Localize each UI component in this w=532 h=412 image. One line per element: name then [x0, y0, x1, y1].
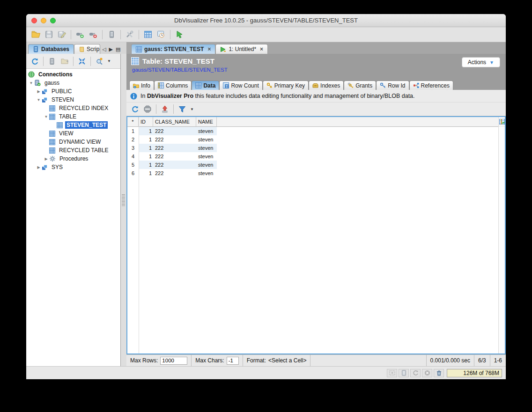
tab-row-count[interactable]: Σ Row Count	[219, 81, 262, 90]
filter-search-icon[interactable]	[94, 56, 105, 67]
tree-item-sys[interactable]: ▶ SYS	[26, 163, 120, 171]
tree-item-table[interactable]: ▼ TABLE	[26, 112, 120, 121]
tree-item-dynamic-view[interactable]: DYNAMIC VIEW	[26, 138, 120, 146]
reload-grid-icon[interactable]	[129, 103, 140, 115]
expander-closed-icon[interactable]: ▶	[36, 89, 42, 94]
row-range: 1-6	[490, 355, 506, 366]
tab-databases-label: Databases	[41, 46, 69, 52]
close-tab-icon[interactable]: ×	[260, 46, 263, 52]
status-bar: 126M of 768M	[26, 366, 506, 379]
table-row[interactable]: 4 1222steven	[127, 152, 498, 161]
filter-funnel-icon[interactable]	[177, 103, 188, 115]
refresh-icon[interactable]	[29, 56, 40, 67]
editor-tab-steven-test[interactable]: gauss: STEVEN_TEST ×	[131, 44, 215, 54]
expander-open-icon[interactable]: ▼	[36, 98, 42, 102]
tab-list-icon[interactable]: ▤	[116, 46, 120, 52]
close-tab-icon[interactable]: ×	[207, 46, 211, 52]
panel-splitter[interactable]	[121, 54, 126, 366]
tree-item-steven-test[interactable]: STEVEN_TEST	[26, 121, 120, 129]
table-grid-icon	[49, 139, 55, 145]
run-cursor-icon[interactable]	[174, 29, 185, 40]
table-row[interactable]: 1 1222steven	[127, 127, 498, 135]
tab-references[interactable]: References	[409, 81, 453, 90]
memory-indicator[interactable]: 126M of 768M	[447, 369, 502, 377]
tools-icon[interactable]	[124, 29, 135, 40]
tree-item-recycled-table[interactable]: RECYCLED TABLE	[26, 146, 120, 154]
databases-panel: ▼ Connections ▼ gauss ▶ PUBLIC	[26, 54, 121, 366]
data-grid-icon	[195, 82, 201, 88]
tab-columns[interactable]: Columns	[154, 81, 192, 90]
create-connection-icon[interactable]	[46, 56, 58, 67]
tab-grants[interactable]: Grants	[344, 81, 376, 90]
close-status-icon[interactable]	[422, 369, 432, 377]
column-header-id[interactable]: ID	[139, 117, 153, 126]
save-icon[interactable]	[43, 29, 54, 40]
export-grid-icon[interactable]	[159, 103, 170, 115]
object-view-panel: Table: STEVEN_TEST Actions ▼ gauss/STEVE…	[126, 54, 506, 366]
schema-icon	[42, 164, 48, 170]
tab-strip: Databases Scrip ◁ ▶ ▤ gauss: STEVEN_TEST…	[26, 42, 506, 54]
tree-item-connections[interactable]: Connections	[26, 70, 120, 79]
filter-dropdown-caret[interactable]: ▼	[107, 59, 111, 63]
tab-scroll-left-icon[interactable]: ◁	[102, 46, 106, 52]
expander-closed-icon[interactable]: ▶	[43, 157, 49, 161]
minimize-window-button[interactable]	[41, 18, 46, 23]
tab-info[interactable]: Info	[129, 81, 154, 90]
tree-item-gauss[interactable]: ▼ gauss	[26, 79, 120, 87]
monitor-icon[interactable]	[155, 29, 167, 40]
grid-corner-header[interactable]: *	[127, 117, 139, 126]
close-window-button[interactable]	[31, 18, 37, 23]
tree-item-procedures[interactable]: ▶ Procedures	[26, 154, 120, 163]
format-segment: Format: <Select a Cell>	[243, 355, 311, 366]
max-chars-segment: Max Chars:	[192, 355, 243, 366]
tree-item-recycled-index[interactable]: RECYCLED INDEX	[26, 104, 120, 112]
tree-item-view[interactable]: VIEW	[26, 129, 120, 138]
trash-icon[interactable]	[434, 369, 444, 377]
expander-closed-icon[interactable]: ▶	[36, 165, 42, 169]
tab-data[interactable]: Data	[192, 81, 219, 90]
table-row[interactable]: 5 1222steven	[127, 161, 498, 169]
max-rows-input[interactable]	[160, 357, 187, 365]
main-toolbar	[26, 27, 506, 42]
column-header-class-name[interactable]: CLASS_NAME	[153, 117, 196, 126]
zoom-window-button[interactable]	[50, 18, 56, 23]
splitter-grip-icon[interactable]	[122, 194, 125, 206]
table-row[interactable]: 2 1222steven	[127, 135, 498, 144]
tab-scripts[interactable]: Scrip	[74, 44, 100, 54]
actions-button[interactable]: Actions ▼	[462, 57, 500, 67]
collapse-all-icon[interactable]	[76, 56, 88, 67]
table-window-icon[interactable]	[142, 29, 154, 40]
max-rows-segment: Max Rows:	[126, 355, 192, 366]
gear-icon	[49, 155, 56, 162]
breadcrumb[interactable]: gauss/STEVEN/TABLE/STEVEN_TEST	[132, 67, 228, 73]
table-row[interactable]: 6 1222steven	[127, 169, 498, 177]
database-icon[interactable]	[106, 29, 117, 40]
grid-toggle-icon[interactable]	[387, 369, 397, 377]
connections-status-icon[interactable]	[399, 369, 409, 377]
column-header-name[interactable]: NAME	[196, 117, 217, 126]
table-row[interactable]: 3 1222steven	[127, 144, 498, 152]
save-as-icon[interactable]	[56, 29, 67, 40]
max-chars-label: Max Chars:	[195, 357, 224, 364]
disconnect-icon[interactable]	[88, 29, 99, 40]
expander-open-icon[interactable]: ▼	[28, 81, 34, 85]
databases-icon	[33, 46, 39, 52]
create-folder-icon[interactable]	[59, 56, 70, 67]
tab-indexes[interactable]: Indexes	[309, 81, 344, 90]
tab-scroll-right-icon[interactable]: ▶	[109, 46, 113, 52]
tab-row-id[interactable]: Row Id	[376, 81, 409, 90]
connect-icon[interactable]	[74, 29, 86, 40]
editor-tab-untitled[interactable]: 1: Untitled* ×	[215, 44, 268, 54]
open-folder-icon[interactable]	[30, 29, 41, 40]
tree-item-public[interactable]: ▶ PUBLIC	[26, 87, 120, 96]
stop-icon[interactable]	[142, 103, 153, 115]
filter-dropdown-caret[interactable]: ▼	[190, 107, 194, 111]
tree-item-steven[interactable]: ▼ STEVEN	[26, 96, 120, 104]
max-chars-input[interactable]	[227, 357, 239, 365]
vertical-scrollbar[interactable]	[498, 117, 505, 353]
grid-settings-icon[interactable]	[499, 117, 505, 126]
expander-open-icon[interactable]: ▼	[43, 115, 49, 119]
tab-databases[interactable]: Databases	[28, 44, 74, 54]
refresh-status-icon[interactable]	[410, 369, 421, 377]
tab-primary-key[interactable]: Primary Key	[263, 81, 309, 90]
